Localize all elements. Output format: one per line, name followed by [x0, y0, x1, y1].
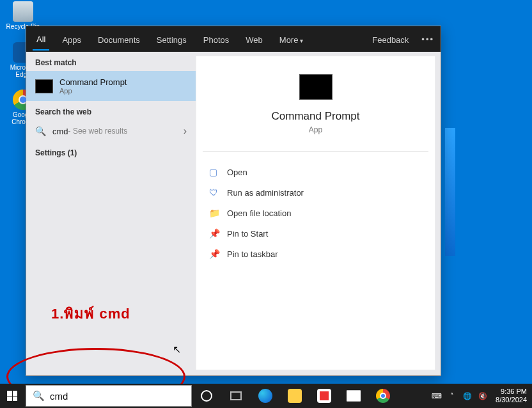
web-query-text: cmd — [52, 127, 68, 136]
best-match-label: Best match — [26, 52, 196, 71]
system-tray: ⌨ ˄ 🌐 🔇 9:36 PM 8/30/2024 — [429, 384, 532, 408]
feedback-link[interactable]: Feedback — [368, 29, 412, 50]
results-pane: Best match Command Prompt App Search the… — [26, 52, 196, 375]
action-pin-to-start[interactable]: 📌 Pin to Start — [209, 223, 422, 244]
cursor-icon: ↖ — [173, 343, 181, 356]
chevron-right-icon: › — [184, 125, 187, 137]
store-icon — [317, 389, 331, 403]
tray-chevron-up-icon[interactable]: ˄ — [444, 392, 460, 400]
settings-results-label[interactable]: Settings (1) — [26, 142, 196, 161]
result-title: Command Prompt — [59, 77, 127, 87]
taskbar-chrome[interactable] — [368, 384, 398, 408]
result-subtitle: App — [59, 87, 127, 95]
detail-pane: Command Prompt App ▢ Open 🛡 Run as admin… — [196, 56, 435, 370]
taskbar-clock[interactable]: 9:36 PM 8/30/2024 — [490, 388, 532, 404]
action-label: Pin to taskbar — [227, 249, 278, 259]
tab-settings[interactable]: Settings — [153, 29, 191, 50]
open-icon: ▢ — [209, 167, 219, 177]
tab-documents[interactable]: Documents — [94, 29, 144, 50]
more-options-icon[interactable]: ••• — [421, 35, 434, 44]
action-label: Open — [227, 168, 247, 177]
taskbar-file-explorer[interactable] — [280, 384, 309, 408]
tab-web[interactable]: Web — [242, 29, 267, 50]
taskbar-search[interactable]: 🔍 — [26, 385, 192, 407]
taskbar-edge[interactable] — [251, 384, 280, 408]
clock-time: 9:36 PM — [496, 388, 527, 396]
start-button[interactable] — [0, 384, 24, 408]
recycle-bin-icon — [13, 1, 33, 22]
action-pin-to-taskbar[interactable]: 📌 Pin to taskbar — [209, 244, 422, 264]
tab-apps[interactable]: Apps — [58, 29, 85, 50]
action-open-file-location[interactable]: 📁 Open file location — [209, 203, 422, 223]
edge-icon — [258, 389, 272, 403]
search-web-label: Search the web — [26, 101, 196, 120]
file-explorer-icon — [288, 389, 302, 403]
chrome-icon — [376, 389, 390, 403]
command-prompt-icon — [35, 79, 53, 93]
web-search-result[interactable]: 🔍 cmd - See web results › — [26, 120, 196, 142]
task-view-icon — [230, 391, 242, 400]
tray-network-icon[interactable]: 🌐 — [460, 392, 475, 400]
search-input[interactable] — [50, 391, 185, 402]
result-command-prompt[interactable]: Command Prompt App — [26, 71, 196, 101]
tab-photos[interactable]: Photos — [199, 29, 233, 50]
mail-icon — [347, 389, 361, 403]
annotation-text: 1.พิมพ์ cmd — [51, 302, 130, 325]
action-open[interactable]: ▢ Open — [209, 162, 422, 182]
folder-icon: 📁 — [209, 208, 219, 218]
tab-all[interactable]: All — [33, 28, 49, 51]
tab-more[interactable]: More — [276, 29, 307, 50]
tray-keyboard-icon[interactable]: ⌨ — [429, 392, 444, 400]
windows-logo-icon — [7, 391, 17, 401]
task-view-button[interactable] — [221, 384, 251, 408]
tray-volume-icon[interactable]: 🔇 — [475, 392, 490, 400]
action-run-as-admin[interactable]: 🛡 Run as administrator — [209, 182, 422, 203]
taskbar: 🔍 ⌨ ˄ 🌐 🔇 9:36 PM 8/30/2024 — [0, 384, 532, 408]
action-label: Pin to Start — [227, 229, 268, 239]
taskbar-mail[interactable] — [339, 384, 368, 408]
cortana-icon — [201, 390, 212, 402]
search-icon: 🔍 — [33, 390, 45, 402]
cortana-button[interactable] — [192, 384, 221, 408]
clock-date: 8/30/2024 — [496, 396, 527, 404]
pin-taskbar-icon: 📌 — [209, 249, 219, 259]
detail-title: Command Prompt — [209, 110, 422, 123]
web-hint-text: - See web results — [68, 127, 128, 136]
action-label: Run as administrator — [227, 188, 304, 198]
divider — [203, 151, 428, 152]
pin-start-icon: 📌 — [209, 228, 219, 239]
detail-subtitle: App — [209, 125, 422, 134]
action-label: Open file location — [227, 208, 291, 218]
start-menu-tabs: All Apps Documents Settings Photos Web M… — [26, 26, 441, 52]
taskbar-store[interactable] — [309, 384, 339, 408]
decorative-accent — [445, 128, 455, 256]
search-icon: 🔍 — [35, 126, 46, 136]
command-prompt-large-icon — [299, 74, 332, 100]
admin-icon: 🛡 — [209, 187, 219, 198]
